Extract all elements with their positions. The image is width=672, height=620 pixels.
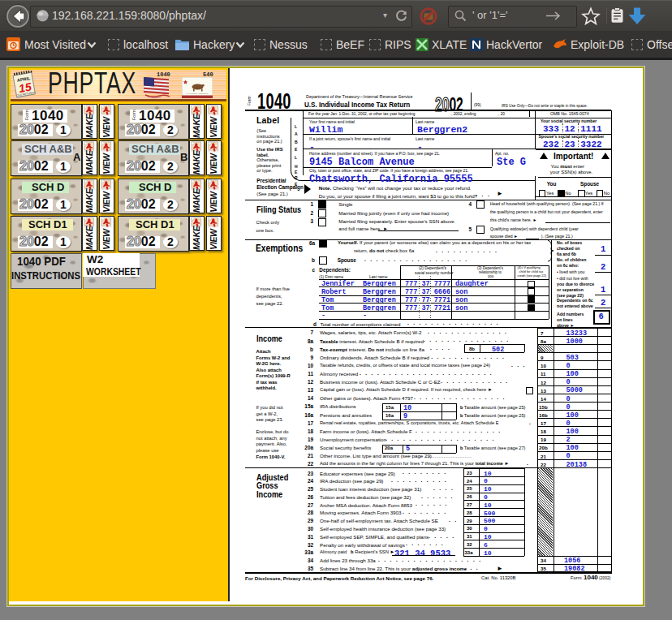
svg-text:CALIFORNIA REPUBLIC: CALIFORNIA REPUBLIC: [187, 93, 209, 95]
